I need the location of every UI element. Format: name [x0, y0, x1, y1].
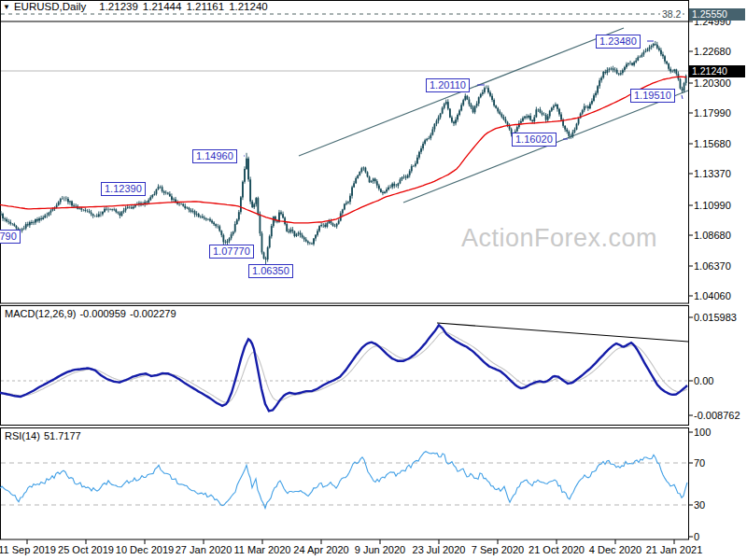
- rsi-value: 51.7177: [44, 430, 81, 441]
- symbol-timeframe: EURUSD,Daily: [14, 1, 86, 12]
- rsi-line: [0, 452, 687, 509]
- macd-name: MACD(12,26,9): [5, 308, 76, 319]
- moving-average-line: [0, 77, 686, 223]
- price-open: 1.21239: [99, 1, 138, 12]
- dropdown-triangle-icon: ▼: [3, 3, 10, 11]
- price-high: 1.21444: [143, 1, 182, 12]
- macd-down-trendline: [437, 323, 688, 342]
- macd-indicator-label: MACD(12,26,9)-0.000959-0.002279: [5, 308, 180, 319]
- fib-38-2-label: 38.2: [660, 8, 683, 20]
- macd-signal-value: -0.002279: [130, 308, 176, 319]
- price-low: 1.21161: [186, 1, 224, 12]
- forex-chart-window: { "header": {"symbol":"EURUSD,Daily","op…: [0, 0, 747, 560]
- chart-plot: [0, 0, 747, 560]
- chart-title-bar: ▼EURUSD,Daily1.212391.214441.211611.2124…: [3, 1, 268, 12]
- rsi-name: RSI(14): [5, 430, 40, 441]
- rsi-indicator-label: RSI(14)51.7177: [5, 430, 85, 441]
- price-close: 1.21240: [229, 1, 268, 12]
- channel-lower: [403, 91, 688, 203]
- macd-signal-line: [0, 332, 687, 403]
- macd-value: -0.000959: [79, 308, 126, 319]
- main-panel-border: [1, 1, 689, 304]
- macd-panel-border: [1, 306, 689, 426]
- callout-pointer: [682, 95, 683, 99]
- channel-upper: [299, 28, 624, 156]
- macd-main-line: [0, 325, 687, 411]
